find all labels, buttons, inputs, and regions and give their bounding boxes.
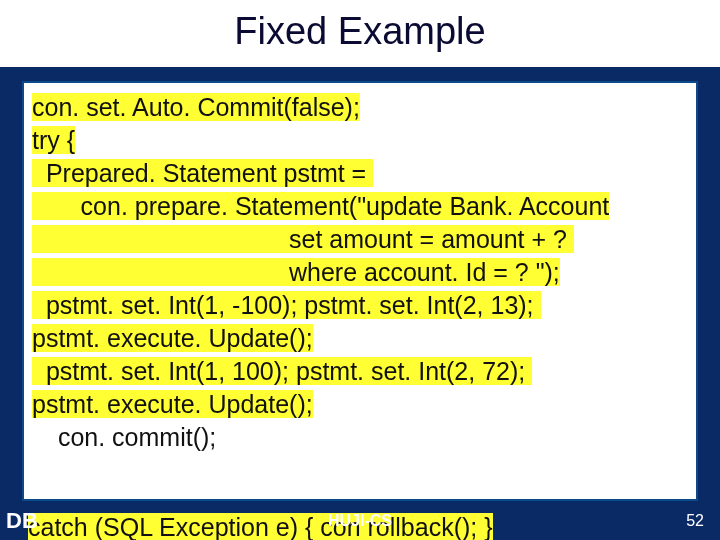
title-band: Fixed Example (0, 0, 720, 67)
code-line: try { (32, 124, 688, 157)
code-line: pstmt. execute. Update(); (32, 322, 688, 355)
code-line: pstmt. set. Int(1, -100); pstmt. set. In… (32, 289, 688, 322)
code-line: pstmt. execute. Update(); (32, 388, 688, 421)
code-line: Prepared. Statement pstmt = (32, 157, 688, 190)
code-line: where account. Id = ? "); (32, 256, 688, 289)
slide-title: Fixed Example (0, 10, 720, 53)
footer: DB HUJI-CS 52 (0, 508, 720, 536)
code-line: con. set. Auto. Commit(false); (32, 91, 688, 124)
footer-center: HUJI-CS (328, 512, 392, 530)
code-box: con. set. Auto. Commit(false); try { Pre… (22, 81, 698, 501)
code-line: set amount = amount + ? (32, 223, 688, 256)
code-line: con. prepare. Statement("update Bank. Ac… (32, 190, 688, 223)
code-line: pstmt. set. Int(1, 100); pstmt. set. Int… (32, 355, 688, 388)
footer-left: DB (6, 508, 38, 534)
code-line: con. commit(); (32, 421, 688, 454)
page-number: 52 (686, 512, 704, 530)
